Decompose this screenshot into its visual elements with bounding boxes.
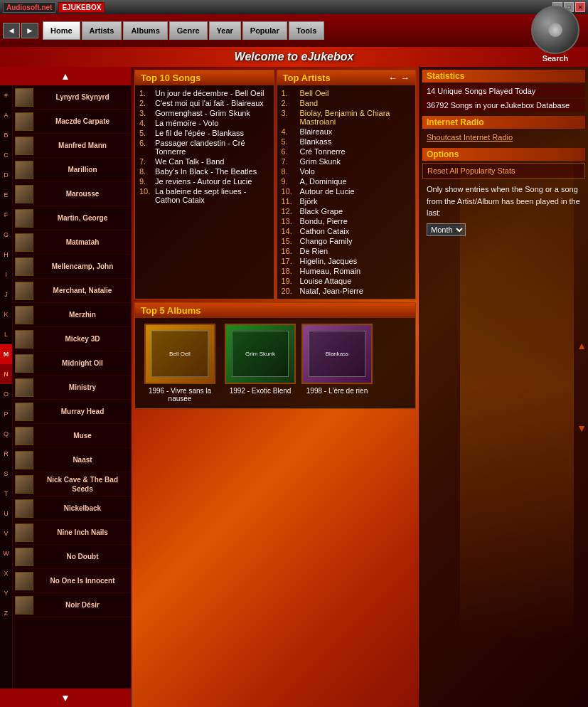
- letter-#[interactable]: #: [0, 85, 12, 105]
- artist-item-18[interactable]: Nine Inch Nails: [13, 521, 131, 545]
- nav-tab-albums[interactable]: Albums: [123, 21, 167, 40]
- artist-item-14[interactable]: Muse: [13, 424, 131, 448]
- letter-F[interactable]: F: [0, 205, 12, 225]
- artist-item-8[interactable]: Merchant, Natalie: [13, 279, 131, 303]
- right-scroll-up[interactable]: ▲: [577, 340, 587, 351]
- nav-tab-home[interactable]: Home: [43, 21, 80, 40]
- letter-Q[interactable]: Q: [0, 424, 12, 444]
- letter-J[interactable]: J: [0, 285, 12, 304]
- letter-T[interactable]: T: [0, 484, 12, 504]
- artist-item-13[interactable]: Murray Head: [13, 400, 131, 424]
- letter-Y[interactable]: Y: [0, 583, 12, 603]
- top-artists-item[interactable]: 17.Higelin, Jacques: [280, 256, 413, 266]
- top-artists-item[interactable]: 5.Blankass: [280, 137, 413, 147]
- filter-select[interactable]: MonthWeekDayEver: [427, 223, 466, 236]
- letter-B[interactable]: B: [0, 125, 12, 145]
- letter-Z[interactable]: Z: [0, 603, 12, 623]
- artist-item-10[interactable]: Mickey 3D: [13, 327, 131, 351]
- top-artists-item[interactable]: 9.A, Dominique: [280, 176, 413, 186]
- top-artists-item[interactable]: 10.Autour de Lucie: [280, 186, 413, 196]
- top-artists-item[interactable]: 20.Nataf, Jean-Pierre: [280, 286, 413, 296]
- top10-item[interactable]: 9.Je reviens - Autour de Lucie: [138, 176, 271, 186]
- artist-item-5[interactable]: Martin, George: [13, 206, 131, 230]
- letter-R[interactable]: R: [0, 444, 12, 464]
- back-button[interactable]: ◄: [3, 23, 20, 38]
- letter-U[interactable]: U: [0, 504, 12, 523]
- artist-item-16[interactable]: Nick Cave & The Bad Seeds: [13, 472, 131, 496]
- letter-W[interactable]: W: [0, 543, 12, 563]
- top10-item[interactable]: 3.Gormenghast - Grim Skunk: [138, 108, 271, 118]
- artist-item-9[interactable]: Merzhin: [13, 303, 131, 327]
- letter-D[interactable]: D: [0, 165, 12, 185]
- top-artists-item[interactable]: 2.Band: [280, 98, 413, 108]
- album-item-1[interactable]: Grim Skunk1992 - Exotic Blend: [225, 324, 296, 403]
- shoutcast-link[interactable]: Shoutcast Internet Radio: [422, 131, 585, 144]
- artists-nav-right[interactable]: →: [400, 73, 410, 83]
- artist-item-0[interactable]: Lynyrd Skynyrd: [13, 85, 131, 110]
- top-artists-item[interactable]: 16.De Rien: [280, 246, 413, 256]
- letter-I[interactable]: I: [0, 265, 12, 285]
- artist-item-11[interactable]: Midnight Oil: [13, 351, 131, 376]
- top10-item[interactable]: 6.Passager clandestin - Cré Tonnerre: [138, 138, 271, 156]
- artist-item-3[interactable]: Marillion: [13, 158, 131, 182]
- top10-item[interactable]: 4.La mémoire - Volo: [138, 118, 271, 128]
- top10-item[interactable]: 10.La baleine de sept lieues - Cathon Ca…: [138, 186, 271, 205]
- letter-S[interactable]: S: [0, 464, 12, 484]
- nav-tab-year[interactable]: Year: [209, 21, 241, 40]
- letter-V[interactable]: V: [0, 523, 12, 543]
- letter-K[interactable]: K: [0, 304, 12, 324]
- top-artists-item[interactable]: 6.Cré Tonnerre: [280, 147, 413, 156]
- top10-item[interactable]: 2.C'est moi qui l'ai fait - Blaireaux: [138, 98, 271, 108]
- artists-nav-left[interactable]: ←: [388, 73, 397, 83]
- album-item-0[interactable]: Bell Oeil1996 - Vivre sans la nausée: [141, 324, 219, 403]
- letter-G[interactable]: G: [0, 225, 12, 245]
- sidebar-scroll-up[interactable]: ▲: [0, 67, 131, 85]
- top-artists-item[interactable]: 1.Bell Oeil: [280, 88, 413, 98]
- artist-item-17[interactable]: Nickelback: [13, 496, 131, 521]
- artist-item-6[interactable]: Matmatah: [13, 230, 131, 255]
- search-disc[interactable]: [531, 6, 579, 54]
- artist-item-19[interactable]: No Doubt: [13, 545, 131, 569]
- nav-tab-genre[interactable]: Genre: [169, 21, 208, 40]
- letter-A[interactable]: A: [0, 105, 12, 125]
- top-artists-item[interactable]: 8.Volo: [280, 166, 413, 176]
- top-artists-item[interactable]: 12.Black Grape: [280, 206, 413, 216]
- right-scroll-down[interactable]: ▼: [577, 422, 587, 434]
- artist-item-1[interactable]: Maczde Carpate: [13, 110, 131, 134]
- letter-E[interactable]: E: [0, 185, 12, 205]
- artist-item-21[interactable]: Noir Désir: [13, 593, 131, 617]
- artist-item-4[interactable]: Marousse: [13, 182, 131, 206]
- nav-tab-tools[interactable]: Tools: [289, 21, 325, 40]
- letter-N[interactable]: N: [0, 364, 12, 384]
- top10-item[interactable]: 1.Un jour de décembre - Bell Oeil: [138, 88, 271, 98]
- artist-item-2[interactable]: Manfred Mann: [13, 134, 131, 158]
- nav-tab-popular[interactable]: Popular: [242, 21, 287, 40]
- sidebar-scroll-down[interactable]: ▼: [0, 689, 131, 707]
- letter-O[interactable]: O: [0, 384, 12, 404]
- top10-item[interactable]: 7.We Can Talk - Band: [138, 156, 271, 166]
- letter-H[interactable]: H: [0, 245, 12, 265]
- top-artists-item[interactable]: 15.Chango Family: [280, 236, 413, 246]
- artist-item-7[interactable]: Mellencamp, John: [13, 255, 131, 279]
- top-artists-item[interactable]: 19.Louise Attaque: [280, 276, 413, 286]
- top-artists-item[interactable]: 7.Grim Skunk: [280, 156, 413, 166]
- nav-tab-artists[interactable]: Artists: [82, 21, 122, 40]
- artist-item-12[interactable]: Ministry: [13, 376, 131, 400]
- letter-X[interactable]: X: [0, 563, 12, 583]
- letter-L[interactable]: L: [0, 324, 12, 344]
- top10-item[interactable]: 8.Baby's In Black - The Beatles: [138, 166, 271, 176]
- reset-stats-button[interactable]: Reset All Popularity Stats: [422, 163, 585, 179]
- forward-button[interactable]: ►: [21, 23, 38, 38]
- artist-item-15[interactable]: Naast: [13, 448, 131, 472]
- letter-C[interactable]: C: [0, 145, 12, 165]
- top-artists-item[interactable]: 13.Bondu, Pierre: [280, 216, 413, 226]
- top-artists-item[interactable]: 14.Cathon Cataix: [280, 226, 413, 236]
- top10-item[interactable]: 5.Le fil de l'épée - Blankass: [138, 128, 271, 138]
- top-artists-item[interactable]: 11.Björk: [280, 196, 413, 206]
- album-item-2[interactable]: Blankass1998 - L'ère de rien: [301, 324, 373, 403]
- letter-P[interactable]: P: [0, 404, 12, 424]
- letter-M[interactable]: M: [0, 344, 12, 364]
- top-artists-item[interactable]: 3.Biolay, Benjamin & Chiara Mastroiani: [280, 108, 413, 127]
- top-artists-item[interactable]: 4.Blaireaux: [280, 127, 413, 137]
- top-artists-item[interactable]: 18.Humeau, Romain: [280, 266, 413, 276]
